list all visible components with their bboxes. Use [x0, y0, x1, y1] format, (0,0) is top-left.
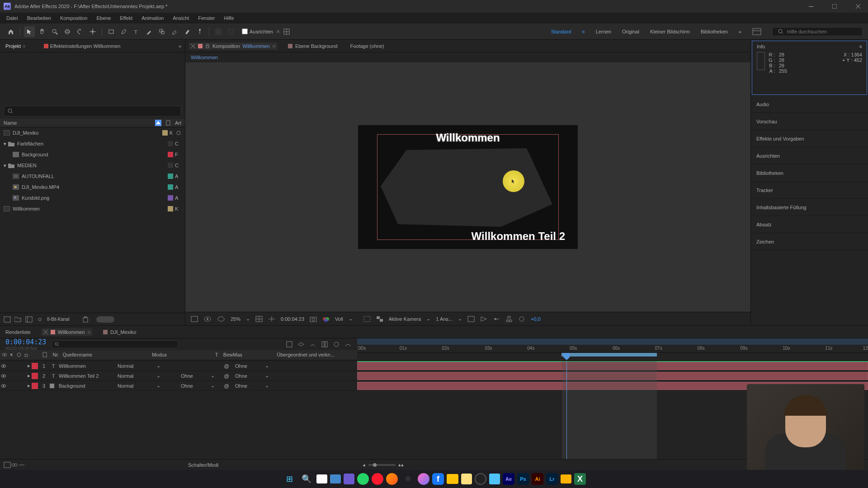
resolution-dropdown[interactable]: Voll	[335, 316, 343, 322]
lock-icon[interactable]	[205, 44, 210, 48]
timeline-zoom-slider[interactable]	[368, 464, 396, 466]
panel-effekte[interactable]: Effekte und Vorgaben	[751, 130, 868, 147]
layer-visibility-icon[interactable]	[0, 373, 7, 379]
layer-name[interactable]: Background	[57, 383, 116, 389]
frame-blend-icon[interactable]	[321, 341, 328, 348]
dropdown-icon[interactable]: ⌄	[156, 373, 165, 379]
panel-audio[interactable]: Audio	[751, 96, 868, 113]
project-item[interactable]: AUTOUNFALL A	[0, 171, 185, 182]
files-icon[interactable]	[447, 474, 458, 484]
zoom-out-icon[interactable]: ▴	[363, 462, 366, 468]
snapping-checkbox[interactable]	[242, 28, 248, 34]
pickwhip-icon[interactable]: @	[220, 363, 233, 369]
layer-mode[interactable]: Normal	[116, 383, 156, 389]
facebook-icon[interactable]: f	[432, 473, 444, 485]
menu-effekt[interactable]: Effekt	[115, 14, 137, 23]
eraser-tool-icon[interactable]	[169, 26, 180, 37]
transparency-grid-icon[interactable]	[376, 316, 383, 322]
start-button-icon[interactable]: ⊞	[282, 472, 297, 486]
col-bewmas[interactable]: BewMas	[223, 352, 277, 357]
timeline-tab-willkommen[interactable]: Willkommen ≡	[42, 328, 92, 336]
graph-editor-icon[interactable]	[344, 341, 352, 348]
new-comp-icon[interactable]	[25, 316, 33, 323]
timeline-search[interactable]	[52, 340, 178, 348]
dropdown-icon[interactable]: ⌄	[265, 383, 269, 389]
pixel-aspect-icon[interactable]	[467, 316, 475, 322]
label-column-icon[interactable]	[42, 352, 47, 357]
pickwhip-icon[interactable]: @	[220, 373, 233, 379]
teams-icon[interactable]	[344, 474, 354, 484]
dropdown-icon[interactable]: ⌄	[156, 383, 165, 389]
layer-label-color[interactable]	[32, 373, 38, 379]
reset-exposure-icon[interactable]	[518, 316, 525, 322]
views-chevron-icon[interactable]: ⌄	[458, 316, 462, 322]
timeline-icon[interactable]	[493, 316, 500, 322]
rotation-tool-icon[interactable]	[75, 26, 85, 37]
task-view-icon[interactable]	[316, 474, 327, 483]
camera-dropdown[interactable]: Aktive Kamera	[389, 316, 421, 322]
layer-visibility-icon[interactable]	[0, 383, 7, 389]
comp-text-willkommen[interactable]: Willkommen	[436, 131, 500, 144]
workspace-klein[interactable]: Kleiner Bildschirm	[650, 29, 690, 34]
menu-hilfe[interactable]: Hilfe	[220, 14, 239, 23]
project-bpc[interactable]: 8-Bit-Kanal	[47, 317, 69, 322]
layer-trkmat[interactable]: Ohne	[179, 383, 211, 389]
close-button[interactable]	[852, 0, 864, 13]
layer-name[interactable]: Willkommen	[57, 363, 116, 369]
comp-text-willkommen2[interactable]: Willkommen Teil 2	[472, 230, 565, 243]
col-parent[interactable]: Übergeordnet und verkn...	[277, 352, 357, 357]
project-search[interactable]	[4, 106, 181, 117]
workspace-biblio[interactable]: Bibliotheken	[701, 29, 728, 34]
dropdown-icon[interactable]: ⌄	[265, 373, 269, 379]
menu-fenster[interactable]: Fenster	[193, 14, 219, 23]
exposure-value[interactable]: +0,0	[531, 316, 541, 322]
layer-expand-icon[interactable]: ▸	[26, 383, 32, 389]
mask-visibility-icon[interactable]	[217, 316, 225, 322]
zoom-tool-icon[interactable]	[49, 26, 60, 37]
zoom-chevron-icon[interactable]: ⌄	[246, 316, 250, 322]
panel-bibliotheken[interactable]: Bibliotheken	[751, 164, 868, 182]
comp-tab-willkommen[interactable]: Komposition Willkommen ≡	[189, 42, 277, 50]
pickwhip-icon[interactable]: @	[220, 383, 233, 389]
layer-expand-icon[interactable]: ▸	[26, 373, 32, 379]
workspace-lernen[interactable]: Lernen	[596, 29, 611, 34]
tab-close-icon[interactable]	[191, 44, 195, 48]
magnification-icon[interactable]	[203, 316, 212, 322]
dropdown-icon[interactable]: ⌄	[211, 383, 220, 389]
project-item[interactable]: Willkommen K	[0, 203, 185, 214]
editor-icon[interactable]	[489, 474, 500, 484]
lock-column-icon[interactable]	[24, 352, 29, 357]
col-nr[interactable]: Nr.	[49, 352, 63, 357]
camera-chevron-icon[interactable]: ⌄	[426, 316, 430, 322]
timeline-tab-mexiko[interactable]: DJI_Mexiko	[101, 328, 138, 336]
menu-datei[interactable]: Datei	[2, 14, 23, 23]
project-item[interactable]: DJI_Mexiko.MP4 A	[0, 182, 185, 192]
col-quellenname[interactable]: Quellenname	[62, 352, 151, 357]
layer-expand-icon[interactable]: ▸	[26, 363, 32, 369]
timeline-playhead[interactable]	[566, 361, 567, 459]
project-item[interactable]: Kursbild.png A	[0, 192, 185, 203]
folder-toggle-icon[interactable]: ▾	[4, 163, 6, 169]
panel-overflow-icon[interactable]: »	[179, 43, 181, 49]
layer-visibility-icon[interactable]	[0, 363, 7, 369]
explorer-icon[interactable]	[330, 474, 341, 483]
anchor-tool-icon[interactable]	[87, 26, 98, 37]
workspace-reset-icon[interactable]	[752, 28, 761, 35]
toggle-inout-icon[interactable]	[18, 462, 25, 468]
layer-mode[interactable]: Normal	[116, 363, 156, 369]
switches-modes-label[interactable]: Schalter/Modi	[188, 462, 218, 468]
comp-settings-icon[interactable]	[176, 130, 181, 136]
menu-animation[interactable]: Animation	[137, 14, 168, 23]
menu-komposition[interactable]: Komposition	[56, 14, 92, 23]
project-item[interactable]: DJI_Mexiko K	[0, 127, 185, 138]
col-t[interactable]: T	[210, 352, 223, 357]
panel-tracker[interactable]: Tracker	[751, 182, 868, 199]
layer-trkmat[interactable]: Ohne	[179, 373, 211, 379]
illustrator-icon[interactable]: Ai	[532, 473, 543, 485]
comp-tab-background[interactable]: Ebene Background	[286, 42, 340, 50]
project-panel-tab[interactable]: Projekt ≡	[4, 42, 28, 51]
sort-indicator-icon[interactable]	[155, 120, 161, 126]
panel-menu-icon[interactable]: ≡	[859, 44, 862, 49]
maximize-button[interactable]	[828, 0, 841, 13]
timeline-layer-row[interactable]: ▸ 3 Background Normal ⌄ Ohne ⌄ @ Ohne ⌄	[0, 381, 357, 391]
